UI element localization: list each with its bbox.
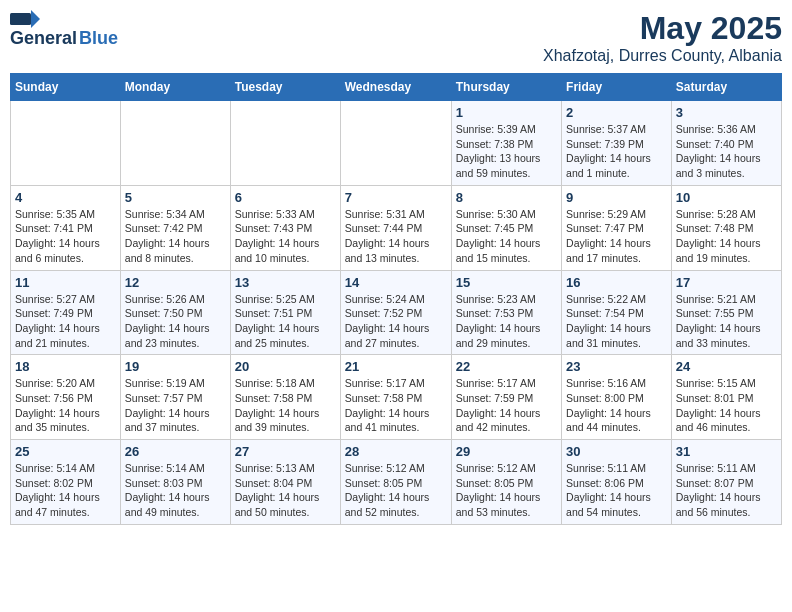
day-number: 28 xyxy=(345,444,447,459)
day-info: Sunrise: 5:34 AMSunset: 7:42 PMDaylight:… xyxy=(125,207,226,266)
day-number: 1 xyxy=(456,105,557,120)
day-cell-4-4: 21Sunrise: 5:17 AMSunset: 7:58 PMDayligh… xyxy=(340,355,451,440)
logo-general: General xyxy=(10,28,77,49)
week-row-5: 25Sunrise: 5:14 AMSunset: 8:02 PMDayligh… xyxy=(11,440,782,525)
day-cell-3-1: 11Sunrise: 5:27 AMSunset: 7:49 PMDayligh… xyxy=(11,270,121,355)
day-cell-3-2: 12Sunrise: 5:26 AMSunset: 7:50 PMDayligh… xyxy=(120,270,230,355)
day-cell-1-4 xyxy=(340,101,451,186)
day-info: Sunrise: 5:19 AMSunset: 7:57 PMDaylight:… xyxy=(125,376,226,435)
day-cell-4-6: 23Sunrise: 5:16 AMSunset: 8:00 PMDayligh… xyxy=(562,355,672,440)
day-cell-2-3: 6Sunrise: 5:33 AMSunset: 7:43 PMDaylight… xyxy=(230,185,340,270)
day-cell-5-4: 28Sunrise: 5:12 AMSunset: 8:05 PMDayligh… xyxy=(340,440,451,525)
day-number: 17 xyxy=(676,275,777,290)
day-number: 24 xyxy=(676,359,777,374)
header-tuesday: Tuesday xyxy=(230,74,340,101)
day-cell-4-2: 19Sunrise: 5:19 AMSunset: 7:57 PMDayligh… xyxy=(120,355,230,440)
day-info: Sunrise: 5:39 AMSunset: 7:38 PMDaylight:… xyxy=(456,122,557,181)
day-cell-5-6: 30Sunrise: 5:11 AMSunset: 8:06 PMDayligh… xyxy=(562,440,672,525)
day-cell-3-4: 14Sunrise: 5:24 AMSunset: 7:52 PMDayligh… xyxy=(340,270,451,355)
day-number: 31 xyxy=(676,444,777,459)
svg-marker-1 xyxy=(31,10,40,28)
day-info: Sunrise: 5:17 AMSunset: 7:58 PMDaylight:… xyxy=(345,376,447,435)
header-monday: Monday xyxy=(120,74,230,101)
week-row-1: 1Sunrise: 5:39 AMSunset: 7:38 PMDaylight… xyxy=(11,101,782,186)
header-saturday: Saturday xyxy=(671,74,781,101)
day-number: 25 xyxy=(15,444,116,459)
day-info: Sunrise: 5:29 AMSunset: 7:47 PMDaylight:… xyxy=(566,207,667,266)
day-info: Sunrise: 5:30 AMSunset: 7:45 PMDaylight:… xyxy=(456,207,557,266)
day-cell-5-3: 27Sunrise: 5:13 AMSunset: 8:04 PMDayligh… xyxy=(230,440,340,525)
day-number: 9 xyxy=(566,190,667,205)
logo-icon xyxy=(10,10,40,28)
day-number: 14 xyxy=(345,275,447,290)
day-info: Sunrise: 5:12 AMSunset: 8:05 PMDaylight:… xyxy=(345,461,447,520)
header: General Blue May 2025 Xhafzotaj, Durres … xyxy=(10,10,782,65)
day-cell-4-1: 18Sunrise: 5:20 AMSunset: 7:56 PMDayligh… xyxy=(11,355,121,440)
day-info: Sunrise: 5:25 AMSunset: 7:51 PMDaylight:… xyxy=(235,292,336,351)
day-info: Sunrise: 5:18 AMSunset: 7:58 PMDaylight:… xyxy=(235,376,336,435)
day-cell-2-6: 9Sunrise: 5:29 AMSunset: 7:47 PMDaylight… xyxy=(562,185,672,270)
day-number: 2 xyxy=(566,105,667,120)
day-cell-1-7: 3Sunrise: 5:36 AMSunset: 7:40 PMDaylight… xyxy=(671,101,781,186)
day-number: 27 xyxy=(235,444,336,459)
header-thursday: Thursday xyxy=(451,74,561,101)
day-info: Sunrise: 5:26 AMSunset: 7:50 PMDaylight:… xyxy=(125,292,226,351)
day-number: 6 xyxy=(235,190,336,205)
day-cell-2-5: 8Sunrise: 5:30 AMSunset: 7:45 PMDaylight… xyxy=(451,185,561,270)
day-number: 20 xyxy=(235,359,336,374)
day-info: Sunrise: 5:31 AMSunset: 7:44 PMDaylight:… xyxy=(345,207,447,266)
day-info: Sunrise: 5:35 AMSunset: 7:41 PMDaylight:… xyxy=(15,207,116,266)
day-cell-2-7: 10Sunrise: 5:28 AMSunset: 7:48 PMDayligh… xyxy=(671,185,781,270)
day-info: Sunrise: 5:21 AMSunset: 7:55 PMDaylight:… xyxy=(676,292,777,351)
calendar-table: SundayMondayTuesdayWednesdayThursdayFrid… xyxy=(10,73,782,525)
day-cell-1-1 xyxy=(11,101,121,186)
day-cell-1-3 xyxy=(230,101,340,186)
day-number: 4 xyxy=(15,190,116,205)
day-cell-5-7: 31Sunrise: 5:11 AMSunset: 8:07 PMDayligh… xyxy=(671,440,781,525)
title-area: May 2025 Xhafzotaj, Durres County, Alban… xyxy=(543,10,782,65)
day-info: Sunrise: 5:15 AMSunset: 8:01 PMDaylight:… xyxy=(676,376,777,435)
day-cell-5-2: 26Sunrise: 5:14 AMSunset: 8:03 PMDayligh… xyxy=(120,440,230,525)
day-number: 8 xyxy=(456,190,557,205)
day-info: Sunrise: 5:24 AMSunset: 7:52 PMDaylight:… xyxy=(345,292,447,351)
day-cell-4-7: 24Sunrise: 5:15 AMSunset: 8:01 PMDayligh… xyxy=(671,355,781,440)
week-row-2: 4Sunrise: 5:35 AMSunset: 7:41 PMDaylight… xyxy=(11,185,782,270)
day-cell-1-5: 1Sunrise: 5:39 AMSunset: 7:38 PMDaylight… xyxy=(451,101,561,186)
day-cell-5-1: 25Sunrise: 5:14 AMSunset: 8:02 PMDayligh… xyxy=(11,440,121,525)
day-number: 15 xyxy=(456,275,557,290)
day-number: 21 xyxy=(345,359,447,374)
week-row-3: 11Sunrise: 5:27 AMSunset: 7:49 PMDayligh… xyxy=(11,270,782,355)
day-number: 16 xyxy=(566,275,667,290)
day-number: 12 xyxy=(125,275,226,290)
day-number: 18 xyxy=(15,359,116,374)
day-info: Sunrise: 5:20 AMSunset: 7:56 PMDaylight:… xyxy=(15,376,116,435)
day-cell-2-1: 4Sunrise: 5:35 AMSunset: 7:41 PMDaylight… xyxy=(11,185,121,270)
day-number: 5 xyxy=(125,190,226,205)
day-cell-3-7: 17Sunrise: 5:21 AMSunset: 7:55 PMDayligh… xyxy=(671,270,781,355)
day-number: 26 xyxy=(125,444,226,459)
day-number: 13 xyxy=(235,275,336,290)
header-wednesday: Wednesday xyxy=(340,74,451,101)
day-number: 11 xyxy=(15,275,116,290)
day-number: 3 xyxy=(676,105,777,120)
location-title: Xhafzotaj, Durres County, Albania xyxy=(543,47,782,65)
day-cell-3-6: 16Sunrise: 5:22 AMSunset: 7:54 PMDayligh… xyxy=(562,270,672,355)
day-info: Sunrise: 5:16 AMSunset: 8:00 PMDaylight:… xyxy=(566,376,667,435)
day-info: Sunrise: 5:36 AMSunset: 7:40 PMDaylight:… xyxy=(676,122,777,181)
svg-rect-0 xyxy=(10,13,31,25)
day-number: 7 xyxy=(345,190,447,205)
day-cell-3-5: 15Sunrise: 5:23 AMSunset: 7:53 PMDayligh… xyxy=(451,270,561,355)
day-info: Sunrise: 5:23 AMSunset: 7:53 PMDaylight:… xyxy=(456,292,557,351)
day-number: 19 xyxy=(125,359,226,374)
day-info: Sunrise: 5:27 AMSunset: 7:49 PMDaylight:… xyxy=(15,292,116,351)
day-info: Sunrise: 5:33 AMSunset: 7:43 PMDaylight:… xyxy=(235,207,336,266)
day-number: 23 xyxy=(566,359,667,374)
day-number: 22 xyxy=(456,359,557,374)
day-info: Sunrise: 5:11 AMSunset: 8:06 PMDaylight:… xyxy=(566,461,667,520)
day-cell-1-6: 2Sunrise: 5:37 AMSunset: 7:39 PMDaylight… xyxy=(562,101,672,186)
logo-blue: Blue xyxy=(79,28,118,49)
day-cell-4-5: 22Sunrise: 5:17 AMSunset: 7:59 PMDayligh… xyxy=(451,355,561,440)
day-header-row: SundayMondayTuesdayWednesdayThursdayFrid… xyxy=(11,74,782,101)
week-row-4: 18Sunrise: 5:20 AMSunset: 7:56 PMDayligh… xyxy=(11,355,782,440)
day-info: Sunrise: 5:11 AMSunset: 8:07 PMDaylight:… xyxy=(676,461,777,520)
